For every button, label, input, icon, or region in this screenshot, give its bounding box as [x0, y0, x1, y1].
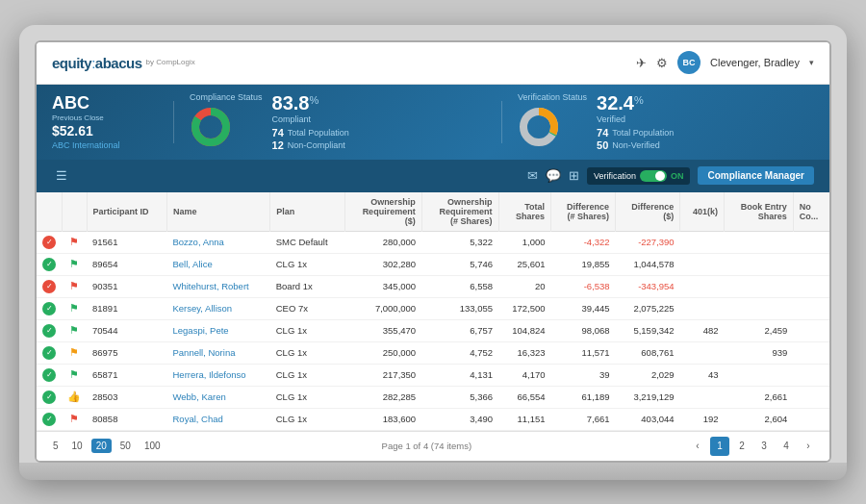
book-entry-cell [725, 275, 794, 297]
status-indicator: ✓ [42, 302, 56, 315]
name-link[interactable]: Bozzo, Anna [173, 237, 224, 247]
diff-dollar-cell: 1,044,578 [616, 253, 680, 275]
col-book-entry[interactable]: Book EntryShares [725, 192, 794, 232]
ownership-shares-cell: 4,131 [421, 364, 498, 386]
col-ownership-dollar[interactable]: OwnershipRequirement($) [344, 192, 421, 232]
k401-cell [680, 386, 725, 408]
name-link[interactable]: Legaspi, Pete [173, 325, 229, 336]
user-avatar[interactable]: BC [677, 51, 700, 74]
next-page-button[interactable]: › [799, 437, 818, 456]
total-shares-cell: 11,151 [498, 408, 550, 430]
page-size-50[interactable]: 50 [115, 439, 136, 453]
compliance-label: Compliance Status [190, 92, 263, 102]
diff-shares-cell: 61,189 [551, 386, 616, 408]
col-401k[interactable]: 401(k) [680, 192, 725, 232]
name-cell: Herrera, Ildefonso [167, 364, 270, 386]
compliance-manager-button[interactable]: Compliance Manager [698, 166, 814, 185]
diff-dollar-cell: 403,044 [616, 408, 680, 430]
total-shares-cell: 104,824 [498, 319, 550, 341]
no-col-cell [793, 408, 829, 430]
col-no[interactable]: NoCo... [793, 192, 829, 232]
col-total-shares[interactable]: TotalShares [498, 192, 550, 232]
compliance-section: Compliance Status 83.8% Compliant 74 Tot… [190, 92, 486, 152]
prev-page-button[interactable]: ‹ [688, 437, 707, 456]
total-shares-cell: 20 [498, 275, 550, 297]
col-plan[interactable]: Plan [270, 192, 344, 232]
flag-icon: 👍 [67, 391, 81, 402]
diff-dollar-cell: 3,219,129 [616, 386, 680, 408]
table-row: ✓⚑80858Royal, ChadCLG 1x183,6003,49011,1… [37, 408, 829, 430]
plan-cell: CLG 1x [270, 341, 344, 364]
navigation-icon[interactable]: ✈ [636, 56, 647, 70]
toggle-switch[interactable] [640, 170, 667, 182]
page-size-20[interactable]: 20 [91, 439, 112, 453]
grid-icon[interactable]: ⊞ [569, 168, 579, 183]
page-size-10[interactable]: 10 [67, 439, 88, 453]
name-link[interactable]: Webb, Karen [173, 391, 226, 402]
name-link[interactable]: Whitehurst, Robert [173, 281, 249, 291]
data-table: Participant ID Name Plan OwnershipRequir… [37, 192, 829, 431]
col-ownership-shares[interactable]: OwnershipRequirement(# Shares) [421, 192, 498, 232]
ownership-shares-cell: 5,746 [421, 253, 498, 275]
status-indicator: ✓ [42, 413, 56, 426]
k401-cell: 482 [680, 319, 725, 341]
verified-count: 74 [597, 127, 608, 139]
ownership-dollar-cell: 250,000 [344, 341, 421, 364]
verified-word: Verified [597, 114, 674, 124]
page-4-button[interactable]: 4 [777, 437, 796, 456]
page-3-button[interactable]: 3 [754, 437, 774, 456]
ownership-shares-cell: 5,366 [421, 386, 498, 408]
page-size-5[interactable]: 5 [48, 439, 64, 453]
ownership-dollar-cell: 217,350 [344, 364, 421, 386]
non-verified-label: Non-Verified [612, 140, 660, 150]
page-1-button[interactable]: 1 [710, 437, 729, 456]
non-verified-count: 50 [597, 139, 608, 151]
ownership-shares-cell: 6,558 [421, 275, 498, 297]
filter-icon[interactable]: ☰ [52, 166, 71, 185]
col-participant-id[interactable]: Participant ID [87, 192, 167, 232]
page-2-button[interactable]: 2 [732, 437, 751, 456]
stock-info: ABC Previous Close $52.61 ABC Internatio… [52, 93, 158, 150]
status-indicator: ✓ [42, 346, 56, 360]
name-link[interactable]: Royal, Chad [173, 414, 223, 424]
plan-cell: CLG 1x [270, 319, 344, 341]
total-shares-cell: 16,323 [498, 341, 550, 364]
verification-toggle-label: Verification [594, 171, 636, 181]
chat-icon[interactable]: 💬 [546, 168, 561, 183]
verification-toggle[interactable]: Verification ON [587, 167, 691, 185]
compliance-donut [190, 106, 232, 148]
plan-cell: CLG 1x [270, 253, 344, 275]
no-col-cell [793, 297, 829, 319]
flag-icon-cell: ⚑ [62, 341, 87, 364]
status-icon-cell: ✓ [37, 364, 62, 386]
total-shares-cell: 172,500 [498, 297, 550, 319]
email-icon[interactable]: ✉ [527, 168, 538, 183]
ownership-dollar-cell: 345,000 [344, 275, 421, 297]
stock-price-label: Previous Close [52, 113, 158, 122]
user-name: Clevenger, Bradley [710, 57, 800, 68]
name-link[interactable]: Herrera, Ildefonso [173, 369, 246, 380]
diff-dollar-cell: 608,761 [616, 341, 680, 364]
col-diff-shares[interactable]: Difference(# Shares) [551, 192, 616, 232]
participant-id-cell: 90351 [87, 275, 167, 297]
name-link[interactable]: Kersey, Allison [173, 303, 233, 314]
flag-icon: ⚑ [69, 258, 79, 269]
page-size-100[interactable]: 100 [140, 439, 166, 453]
diff-dollar-cell: 2,075,225 [616, 297, 680, 319]
verification-pct-sign: % [634, 93, 644, 105]
col-diff-dollar[interactable]: Difference($) [616, 192, 680, 232]
table-row: ✓⚑81891Kersey, AllisonCEO 7x7,000,000133… [37, 297, 829, 319]
name-link[interactable]: Bell, Alice [173, 259, 213, 269]
book-entry-cell [725, 231, 794, 253]
flag-icon: ⚑ [69, 324, 79, 336]
settings-icon[interactable]: ⚙ [656, 56, 668, 70]
flag-icon-cell: ⚑ [62, 253, 87, 275]
name-link[interactable]: Pannell, Norina [173, 347, 236, 358]
status-indicator: ✓ [42, 368, 56, 382]
status-icon-cell: ✓ [37, 297, 62, 319]
stock-price: $52.61 [52, 123, 158, 139]
plan-cell: CLG 1x [270, 408, 344, 430]
verification-section: Verification Status 32.4% Verified 74 [518, 92, 814, 152]
col-name[interactable]: Name [167, 192, 270, 232]
chevron-down-icon[interactable]: ▾ [809, 58, 814, 67]
